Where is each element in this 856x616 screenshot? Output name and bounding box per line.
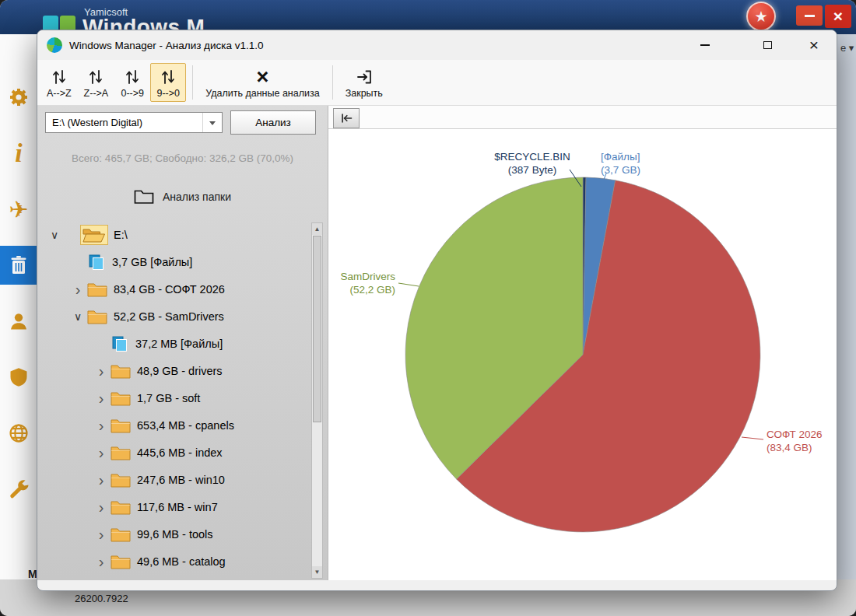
dialog-toolbar: A-->ZZ-->A0-->99-->0 × Удалить данные ан… — [37, 60, 837, 106]
tree-item-label: 653,4 MB - cpanels — [137, 419, 234, 432]
user-icon[interactable] — [0, 310, 37, 333]
chevron-collapsed-icon[interactable]: › — [92, 445, 111, 460]
dialog-app-icon — [47, 37, 62, 53]
chart-panel: $RECYCLE.BIN(387 Byte)[Файлы](3,7 GB)СОФ… — [328, 106, 837, 580]
sort-button-label: 9-->0 — [156, 88, 180, 99]
chevron-collapsed-icon[interactable]: › — [92, 554, 111, 569]
chevron-collapsed-icon[interactable]: › — [92, 527, 111, 542]
analyze-folder-label: Анализ папки — [163, 191, 231, 203]
disk-analysis-dialog: Windows Manager - Анализ диска v1.1.0 × … — [37, 30, 837, 591]
scroll-up-button[interactable]: ▲ — [312, 223, 322, 235]
folder-icon — [111, 553, 131, 570]
dialog-title: Windows Manager - Анализ диска v1.1.0 — [69, 40, 264, 51]
maximize-icon — [763, 41, 772, 49]
star-badge-icon[interactable]: ★ — [746, 2, 776, 31]
tree-item[interactable]: ›653,4 MB - cpanels — [37, 411, 328, 439]
tree-item[interactable]: ›99,6 MB - tools — [37, 520, 328, 548]
back-arrow-icon — [339, 111, 354, 125]
tree-item[interactable]: ›117,6 MB - win7 — [37, 493, 328, 520]
dialog-close-button[interactable]: × — [800, 33, 828, 57]
sort-button-label: 0-->9 — [121, 88, 144, 99]
folder-open-icon — [81, 226, 107, 244]
main-window-edge: e ▾ — [837, 34, 856, 579]
info-icon[interactable]: i — [0, 142, 37, 165]
files-icon — [87, 254, 106, 271]
drive-select[interactable]: E:\ (Western Digital) — [45, 112, 223, 133]
tree-item[interactable]: ›49,6 MB - catalog — [37, 548, 328, 575]
dialog-minimize-button[interactable] — [691, 33, 719, 57]
tree-item[interactable]: ›83,4 GB - СОФТ 2026 — [37, 275, 328, 303]
pie-slice-label: SamDrivers — [340, 271, 395, 282]
airplane-icon[interactable]: ✈ — [0, 198, 37, 221]
chevron-expanded-icon[interactable]: ∨ — [68, 310, 87, 323]
shield-icon[interactable] — [0, 366, 37, 389]
folder-icon — [111, 390, 131, 407]
tree-item[interactable]: ∨52,2 GB - SamDrivers — [37, 303, 328, 330]
chevron-collapsed-icon[interactable]: › — [92, 390, 111, 406]
tree-item-label: 52,2 GB - SamDrivers — [114, 310, 224, 323]
tree-item-label: 117,6 MB - win7 — [137, 501, 218, 513]
folder-icon — [111, 526, 131, 543]
pie-slice-value: (52,2 GB) — [349, 284, 395, 296]
tree-item[interactable]: ›48,9 GB - drivers — [37, 357, 328, 384]
scrollbar-thumb[interactable] — [313, 236, 321, 422]
folder-icon — [111, 499, 131, 516]
disk-summary-text: Всего: 465,7 GB; Свободно: 326,2 GB (70,… — [37, 152, 328, 164]
drive-select-value: E:\ (Western Digital) — [52, 117, 142, 128]
sort-za-button[interactable]: Z-->A — [78, 63, 115, 102]
chevron-expanded-icon[interactable]: ∨ — [45, 229, 64, 241]
delete-analysis-data-button[interactable]: × Удалить данные анализа — [199, 63, 325, 102]
gear-icon[interactable] — [0, 86, 37, 109]
analyze-folder-button[interactable]: Анализ папки — [37, 188, 328, 205]
tree-item[interactable]: 37,2 MB [Файлы] — [37, 330, 328, 357]
clipped-text-fragment: M — [28, 568, 37, 580]
wrench-icon[interactable] — [0, 478, 37, 501]
dialog-maximize-button[interactable] — [753, 33, 781, 57]
pie-callout-line — [742, 437, 763, 439]
tree-item-label: 445,6 MB - index — [137, 446, 223, 459]
tree-item[interactable]: ∨E:\ — [37, 221, 328, 248]
minimize-icon — [805, 15, 815, 17]
globe-icon[interactable] — [0, 422, 37, 445]
pie-slice-value: (83,4 GB) — [767, 442, 812, 453]
delete-x-icon: × — [257, 67, 269, 86]
pie-slice-value: (387 Byte) — [508, 164, 556, 176]
main-sidebar: i✈ — [0, 34, 37, 579]
tree-item-label: 37,2 MB [Файлы] — [135, 338, 223, 350]
folder-icon — [111, 417, 131, 434]
chevron-down-icon — [202, 113, 222, 132]
toolbar-separator — [332, 65, 333, 100]
tree-item-label: 247,6 MB - win10 — [137, 474, 225, 486]
trash-icon[interactable] — [0, 246, 37, 285]
sort-arrows-icon — [51, 67, 68, 86]
main-close-button[interactable]: × — [825, 5, 851, 28]
scroll-down-button[interactable]: ▼ — [312, 566, 322, 578]
sort-button-label: Z-->A — [84, 88, 109, 99]
tree-item[interactable]: ›1,7 GB - soft — [37, 384, 328, 411]
analyze-button[interactable]: Анализ — [230, 110, 316, 135]
tree-scrollbar[interactable]: ▲ ▼ — [311, 222, 323, 579]
main-minimize-button[interactable] — [796, 5, 823, 26]
folder-icon — [111, 580, 131, 581]
dialog-titlebar: Windows Manager - Анализ диска v1.1.0 × — [37, 30, 837, 60]
tree-item-label: 83,4 GB - СОФТ 2026 — [114, 283, 225, 296]
sort-90-button[interactable]: 9-->0 — [150, 63, 186, 102]
sort-az-button[interactable]: A-->Z — [40, 63, 78, 102]
sort-09-button[interactable]: 0-->9 — [114, 63, 150, 102]
chevron-collapsed-icon[interactable]: › — [92, 418, 111, 433]
folder-icon — [111, 444, 131, 461]
chevron-collapsed-icon[interactable]: › — [92, 499, 111, 515]
back-button[interactable] — [333, 108, 360, 128]
chevron-collapsed-icon[interactable]: › — [68, 282, 87, 297]
tree-item[interactable]: ›445,6 MB - index — [37, 439, 328, 466]
tree-item-label: 48,9 GB - drivers — [137, 365, 223, 377]
chevron-collapsed-icon[interactable]: › — [92, 472, 111, 488]
tree-item[interactable]: › — [37, 575, 328, 580]
pie-slice-label: $RECYCLE.BIN — [494, 151, 570, 163]
tree-item[interactable]: 3,7 GB [Файлы] — [37, 248, 328, 275]
chevron-collapsed-icon[interactable]: › — [92, 363, 111, 379]
folder-icon — [87, 308, 107, 325]
tree-item[interactable]: ›247,6 MB - win10 — [37, 466, 328, 493]
sort-button-label: A-->Z — [47, 88, 72, 99]
close-analysis-button[interactable]: Закрыть — [339, 63, 389, 102]
